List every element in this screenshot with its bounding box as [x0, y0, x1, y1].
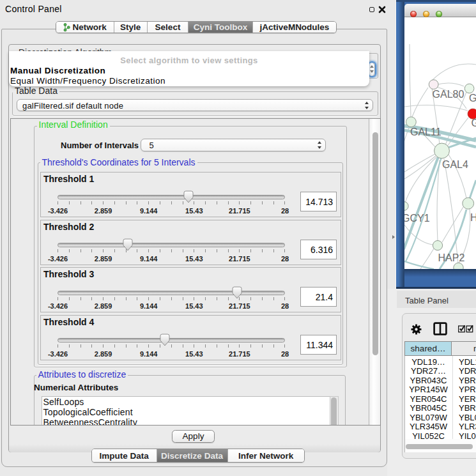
svg-text:GAL11: GAL11 — [410, 127, 441, 137]
svg-text:G: G — [472, 118, 476, 128]
svg-text:GAL80: GAL80 — [433, 89, 464, 100]
svg-text:GA: GA — [469, 93, 476, 104]
svg-text:HAP2: HAP2 — [438, 252, 465, 263]
svg-text:GAL4: GAL4 — [442, 159, 468, 170]
svg-text:GCY1: GCY1 — [404, 213, 430, 224]
svg-text:H: H — [470, 212, 476, 223]
